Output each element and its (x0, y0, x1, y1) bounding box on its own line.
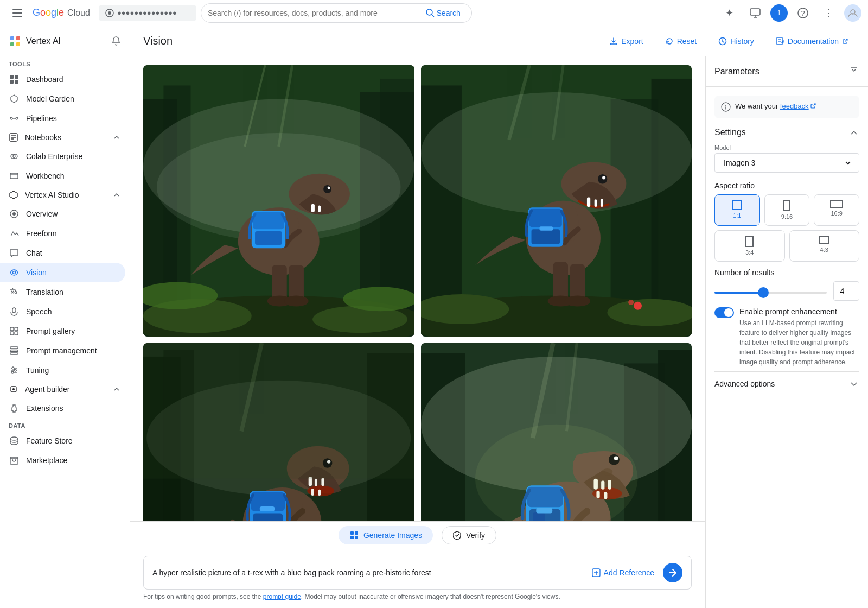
sidebar-item-freeform[interactable]: Freeform (0, 224, 125, 243)
more-options-icon-button[interactable]: ⋮ (818, 2, 840, 24)
feedback-link[interactable]: feedback (780, 102, 809, 110)
sidebar-item-speech[interactable]: Speech (0, 302, 125, 321)
svg-rect-130 (311, 489, 314, 495)
svg-rect-17 (10, 75, 14, 79)
sidebar-item-marketplace[interactable]: Marketplace (0, 451, 125, 470)
results-number-input[interactable] (833, 281, 859, 301)
monitor-icon-button[interactable] (744, 2, 766, 24)
vertex-studio-section-toggle[interactable]: Vertex AI Studio (0, 186, 130, 204)
documentation-button[interactable]: Documentation (769, 34, 855, 49)
ratio-16-9-label: 16:9 (831, 210, 842, 217)
svg-rect-39 (15, 327, 18, 331)
search-input[interactable] (208, 9, 417, 17)
svg-rect-19 (10, 80, 14, 84)
send-button[interactable] (663, 563, 682, 582)
notifications-icon[interactable] (111, 36, 121, 47)
svg-point-73 (323, 185, 331, 193)
sidebar-item-workbench[interactable]: Workbench (0, 166, 125, 186)
sidebar-item-prompt-gallery[interactable]: Prompt gallery (0, 321, 125, 341)
advanced-options-toggle[interactable]: Advanced options (714, 371, 859, 396)
project-selector[interactable]: ●●●●●●●●●●●●●● (99, 5, 196, 21)
sidebar-item-tuning[interactable]: Tuning (0, 360, 125, 380)
chevron-up-icon (112, 385, 121, 394)
search-button[interactable]: Search (422, 7, 465, 20)
model-select[interactable]: Imagen 3 Imagen 2 Imagen 1 (714, 153, 859, 173)
svg-rect-169 (355, 531, 358, 535)
extensions-icon (9, 403, 20, 414)
ratio-3-4-button[interactable]: 3:4 (714, 230, 785, 262)
collapse-params-button[interactable] (848, 65, 859, 78)
history-button[interactable]: History (712, 34, 761, 49)
ratio-9-16-label: 9:16 (781, 213, 793, 220)
verify-button[interactable]: Verify (442, 526, 496, 544)
svg-rect-98 (586, 198, 590, 207)
prompt-enhancement-label: Enable prompt enhancement (739, 307, 859, 316)
agent-builder-section-toggle[interactable]: Agent builder (0, 380, 130, 398)
sidebar-item-vision[interactable]: Vision (0, 263, 125, 282)
page-title: Vision (143, 35, 173, 47)
svg-rect-128 (315, 478, 317, 486)
help-icon-button[interactable]: ? (792, 2, 814, 24)
hamburger-menu-button[interactable] (7, 2, 28, 24)
svg-rect-42 (10, 347, 18, 349)
cloud-label: Cloud (67, 8, 90, 18)
chevron-down-icon (848, 378, 859, 389)
ratio-9-16-button[interactable]: 9:16 (764, 194, 810, 226)
add-reference-button[interactable]: Add Reference (588, 566, 659, 579)
sidebar-item-translation[interactable]: Translation (0, 282, 125, 302)
account-icon[interactable] (844, 4, 861, 22)
marketplace-icon (9, 455, 20, 466)
workbench-icon (9, 170, 20, 181)
svg-rect-16 (16, 42, 20, 46)
export-icon (609, 37, 618, 46)
content-wrapper: Vision Export Reset History Documentatio… (130, 26, 868, 608)
reset-button[interactable]: Reset (659, 34, 704, 49)
chevron-up-icon (112, 133, 121, 142)
external-link-small-icon (810, 103, 816, 109)
prompt-enhancement-toggle[interactable] (714, 307, 734, 318)
sidebar-item-extensions[interactable]: Extensions (0, 398, 125, 418)
ratio-1-1-button[interactable]: 1:1 (714, 194, 760, 226)
svg-rect-14 (16, 36, 20, 40)
settings-collapse-icon[interactable] (848, 127, 859, 138)
svg-rect-0 (12, 9, 22, 10)
sidebar-item-model-garden[interactable]: Model Garden (0, 89, 125, 109)
model-dropdown[interactable]: Imagen 3 Imagen 2 Imagen 1 (722, 158, 852, 168)
svg-rect-1 (12, 12, 22, 14)
generated-image-3[interactable] (143, 343, 414, 522)
feedback-banner: We want your feedback (714, 96, 859, 118)
sidebar-item-prompt-management[interactable]: Prompt management (0, 341, 125, 360)
reset-icon (665, 37, 674, 46)
prompt-enhancement-section: Enable prompt enhancement Use an LLM-bas… (714, 307, 859, 367)
user-avatar[interactable]: 1 (770, 4, 788, 22)
ratio-4-3-button[interactable]: 4:3 (789, 230, 860, 262)
google-cloud-logo: Google Cloud (33, 7, 90, 18)
generate-images-button[interactable]: Generate Images (339, 526, 433, 544)
ratio-43-icon (819, 236, 829, 244)
svg-rect-7 (750, 9, 760, 15)
settings-header: Settings (714, 127, 859, 138)
aspect-ratio-label: Aspect ratio (714, 181, 859, 190)
sidebar-item-pipelines[interactable]: Pipelines (0, 109, 125, 128)
generated-image-1[interactable] (143, 65, 414, 337)
sidebar-item-chat[interactable]: Chat (0, 243, 125, 263)
sidebar-item-feature-store[interactable]: Feature Store (0, 431, 125, 451)
sidebar-item-overview[interactable]: Overview (0, 204, 125, 224)
svg-rect-2 (12, 16, 22, 17)
export-button[interactable]: Export (603, 34, 649, 49)
notebooks-section-toggle[interactable]: Notebooks (0, 128, 130, 147)
sparkle-icon-button[interactable]: ✦ (718, 2, 740, 24)
prompt-enhancement-text: Enable prompt enhancement Use an LLM-bas… (739, 307, 859, 367)
tools-section-label: Tools (0, 56, 130, 69)
svg-point-111 (634, 302, 642, 310)
translation-icon (9, 287, 20, 297)
sidebar-item-dashboard[interactable]: Dashboard (0, 69, 125, 89)
svg-rect-170 (350, 536, 354, 539)
generated-image-2[interactable] (421, 65, 692, 337)
sidebar-item-colab[interactable]: Colab Enterprise (0, 147, 125, 166)
results-slider[interactable] (714, 292, 827, 294)
prompt-guide-link[interactable]: prompt guide (263, 593, 301, 600)
ratio-16-9-button[interactable]: 16:9 (814, 194, 859, 226)
prompt-input[interactable]: A hyper realistic picture of a t-rex wit… (152, 567, 583, 579)
generated-image-4[interactable] (421, 343, 692, 522)
